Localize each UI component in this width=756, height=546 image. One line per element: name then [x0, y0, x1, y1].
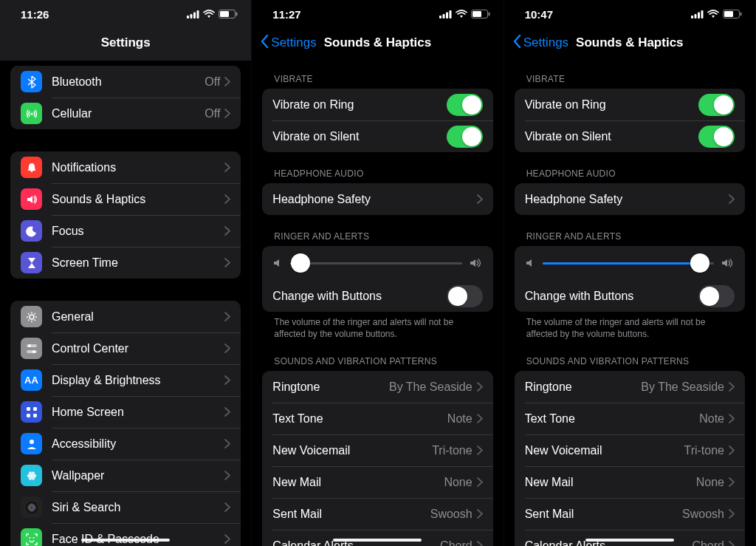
settings-row-focus[interactable]: Focus [10, 215, 241, 247]
signal-icon [187, 10, 199, 18]
change-buttons-toggle[interactable] [447, 285, 483, 307]
battery-icon [723, 10, 742, 18]
back-button[interactable]: Settings [261, 35, 316, 52]
chevron-icon [477, 477, 483, 487]
vibrate-silent-row[interactable]: Vibrate on Silent [262, 120, 492, 152]
row-label: New Mail [272, 476, 444, 489]
pattern-row-new-voicemail[interactable]: New Voicemail Tri-tone [262, 434, 492, 466]
svg-point-7 [30, 112, 32, 115]
sounds-scroll[interactable]: VIBRATE Vibrate on Ring Vibrate on Silen… [504, 58, 755, 546]
svg-point-9 [30, 315, 34, 319]
section-patterns: SOUNDS AND VIBRATION PATTERNS [252, 340, 503, 371]
row-label: General [52, 310, 224, 324]
vibrate-ring-toggle[interactable] [447, 94, 483, 116]
chevron-icon [224, 375, 230, 385]
svg-line-15 [28, 313, 29, 314]
settings-row-notifications[interactable]: Notifications [10, 151, 241, 183]
volume-slider-row [515, 246, 745, 280]
vibrate-silent-toggle[interactable] [698, 126, 735, 148]
svg-rect-63 [724, 11, 733, 17]
AA-icon: AA [21, 369, 42, 391]
svg-line-17 [34, 313, 35, 314]
settings-row-control-center[interactable]: Control Center [10, 332, 241, 364]
pattern-row-ringtone[interactable]: Ringtone By The Seaside [515, 371, 745, 403]
row-label: Home Screen [52, 406, 224, 419]
row-label: Text Tone [525, 412, 700, 426]
pattern-row-text-tone[interactable]: Text Tone Note [262, 403, 492, 434]
volume-slider[interactable] [543, 262, 714, 265]
settings-row-face-id-passcode[interactable]: Face ID & Passcode [10, 523, 241, 546]
chevron-icon [729, 194, 735, 204]
chevron-icon [224, 163, 230, 172]
pattern-row-new-voicemail[interactable]: New Voicemail Tri-tone [515, 434, 745, 466]
vibrate-silent-toggle[interactable] [447, 126, 483, 148]
settings-row-siri-search[interactable]: Siri & Search [10, 491, 241, 523]
home-indicator[interactable] [81, 539, 170, 542]
pattern-row-new-mail[interactable]: New Mail None [515, 466, 745, 498]
status-right [691, 10, 742, 18]
status-right [439, 10, 490, 18]
svg-point-39 [32, 537, 34, 539]
status-bar: 11:26 [0, 0, 251, 28]
settings-row-screen-time[interactable]: Screen Time [10, 247, 241, 279]
svg-rect-24 [27, 414, 30, 417]
settings-row-general[interactable]: General [10, 301, 241, 332]
home-indicator[interactable] [585, 539, 674, 542]
vibrate-ring-row[interactable]: Vibrate on Ring [515, 89, 745, 120]
vibrate-silent-row[interactable]: Vibrate on Silent [515, 120, 745, 152]
settings-row-wallpaper[interactable]: Wallpaper [10, 460, 241, 491]
row-label: Accessibility [52, 437, 224, 451]
row-label: Siri & Search [52, 501, 224, 514]
settings-row-sounds-haptics[interactable]: Sounds & Haptics [10, 183, 241, 215]
back-button[interactable]: Settings [513, 35, 568, 52]
change-buttons-toggle[interactable] [698, 285, 735, 307]
row-label: Bluetooth [52, 75, 205, 89]
change-buttons-row[interactable]: Change with Buttons [515, 280, 745, 312]
siri-icon [21, 496, 42, 518]
svg-point-38 [29, 537, 30, 539]
settings-row-display-brightness[interactable]: AA Display & Brightness [10, 364, 241, 396]
vibrate-ring-toggle[interactable] [698, 94, 735, 116]
settings-row-cellular[interactable]: Cellular Off [10, 98, 241, 129]
section-patterns: SOUNDS AND VIBRATION PATTERNS [504, 340, 755, 371]
row-label: Focus [52, 225, 224, 238]
pattern-row-ringtone[interactable]: Ringtone By The Seaside [262, 371, 492, 403]
pattern-row-new-mail[interactable]: New Mail None [262, 466, 492, 498]
pattern-row-sent-mail[interactable]: Sent Mail Swoosh [515, 498, 745, 530]
headphone-safety-row[interactable]: Headphone Safety [262, 183, 492, 215]
home-indicator[interactable] [333, 539, 422, 542]
svg-point-26 [30, 440, 34, 444]
pattern-row-text-tone[interactable]: Text Tone Note [515, 403, 745, 434]
row-value: Chord [440, 539, 472, 546]
person-icon [21, 433, 42, 454]
row-label: Notifications [52, 161, 224, 174]
chevron-icon [224, 312, 230, 321]
svg-rect-53 [446, 12, 448, 18]
volume-slider[interactable] [290, 262, 461, 265]
settings-row-bluetooth[interactable]: Bluetooth Off [10, 66, 241, 98]
settings-scroll[interactable]: Bluetooth Off Cellular Off Notifications… [0, 61, 251, 546]
row-label: Control Center [52, 342, 224, 355]
pattern-row-sent-mail[interactable]: Sent Mail Swoosh [262, 498, 492, 530]
volume-low-icon [525, 258, 535, 268]
row-value: Swoosh [682, 508, 724, 521]
chevron-icon [224, 258, 230, 267]
settings-row-accessibility[interactable]: Accessibility [10, 428, 241, 460]
page-title: Settings [0, 28, 251, 61]
svg-rect-3 [197, 10, 199, 18]
vibrate-ring-row[interactable]: Vibrate on Ring [262, 89, 492, 120]
row-label: Display & Brightness [52, 374, 224, 387]
sounds-scroll[interactable]: VIBRATE Vibrate on Ring Vibrate on Silen… [252, 58, 503, 546]
headphone-safety-row[interactable]: Headphone Safety [515, 183, 745, 215]
change-buttons-row[interactable]: Change with Buttons [262, 280, 492, 312]
row-label: Text Tone [272, 412, 447, 426]
svg-line-13 [28, 319, 29, 320]
svg-rect-23 [33, 407, 37, 411]
chevron-icon [224, 109, 230, 118]
chevron-icon [729, 477, 735, 487]
volume-low-icon [272, 258, 283, 268]
chevron-icon [477, 194, 483, 204]
row-label: Screen Time [52, 256, 224, 270]
settings-row-home-screen[interactable]: Home Screen [10, 396, 241, 428]
antenna-icon [21, 103, 42, 124]
